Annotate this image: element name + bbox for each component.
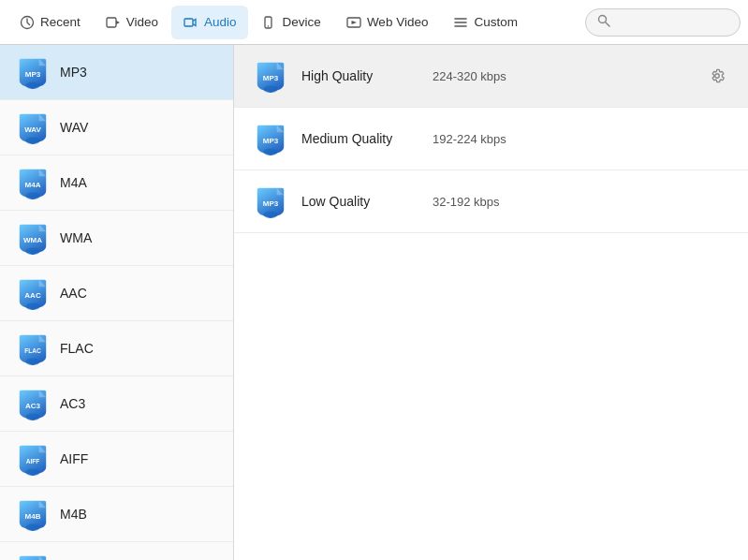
webvideo-icon xyxy=(345,14,362,31)
format-item-m4a[interactable]: M4A M4A xyxy=(0,155,233,211)
format-item-wav[interactable]: WAV WAV xyxy=(0,100,233,155)
custom-icon xyxy=(452,14,469,31)
format-item-m4b[interactable]: M4B M4B xyxy=(0,487,233,542)
format-label-wav: WAV xyxy=(60,120,88,135)
svg-rect-1 xyxy=(107,18,116,27)
main-content: MP3 MP3 WAV WAV xyxy=(0,45,748,560)
svg-point-26 xyxy=(25,523,39,531)
quality-name-low: Low Quality xyxy=(301,194,414,209)
nav-tab-label-webvideo: Web Video xyxy=(367,15,429,29)
svg-text:M4B: M4B xyxy=(25,512,41,521)
svg-marker-2 xyxy=(116,21,120,24)
svg-line-9 xyxy=(606,22,610,26)
quality-info-medium: Medium Quality 192-224 kbps xyxy=(301,131,729,146)
format-badge-wma: WMA xyxy=(15,220,51,256)
format-badge-aac: AAC xyxy=(15,275,51,311)
format-item-aac[interactable]: AAC AAC xyxy=(0,266,233,321)
format-item-aiff[interactable]: AIFF AIFF xyxy=(0,432,233,487)
nav-tab-label-device: Device xyxy=(283,15,321,29)
svg-point-34 xyxy=(263,211,277,218)
format-item-ac3[interactable]: AC3 AC3 xyxy=(0,376,233,432)
top-nav: Recent Video Audio Device Web Video Cust… xyxy=(0,0,748,45)
quality-item-high[interactable]: MP3 High Quality 224-320 kbps xyxy=(234,45,748,108)
svg-text:AIFF: AIFF xyxy=(26,458,40,464)
svg-point-12 xyxy=(25,137,39,144)
quality-name-high: High Quality xyxy=(301,68,414,83)
format-item-m4r[interactable]: M4R M4R xyxy=(0,542,233,560)
quality-bitrate-medium: 192-224 kbps xyxy=(433,132,506,146)
format-badge-wav: WAV xyxy=(15,110,51,145)
svg-point-32 xyxy=(263,148,277,155)
nav-tab-label-video: Video xyxy=(126,15,158,29)
quality-bitrate-high: 224-320 kbps xyxy=(433,69,506,83)
svg-point-30 xyxy=(263,85,277,93)
svg-point-10 xyxy=(25,81,39,89)
format-badge-aiff: AIFF xyxy=(15,441,51,477)
quality-item-low[interactable]: MP3 Low Quality 32-192 kbps xyxy=(234,170,748,233)
nav-tab-label-custom: Custom xyxy=(474,15,518,29)
quality-info-low: Low Quality 32-192 kbps xyxy=(301,194,729,209)
quality-item-medium[interactable]: MP3 Medium Quality 192-224 kbps xyxy=(234,108,748,170)
format-label-aiff: AIFF xyxy=(60,451,88,466)
quality-name-medium: Medium Quality xyxy=(301,131,414,146)
recent-icon xyxy=(19,14,36,31)
format-badge-mp3: MP3 xyxy=(15,54,51,90)
format-item-wma[interactable]: WMA WMA xyxy=(0,211,233,266)
svg-point-14 xyxy=(25,192,39,199)
quality-badge-high: MP3 xyxy=(253,58,288,94)
svg-point-5 xyxy=(267,25,269,27)
quality-badge-medium: MP3 xyxy=(253,121,288,156)
format-label-aac: AAC xyxy=(60,286,87,301)
svg-text:WMA: WMA xyxy=(23,236,42,244)
format-badge-m4r: M4R xyxy=(15,552,51,560)
nav-tab-webvideo[interactable]: Web Video xyxy=(334,6,440,39)
svg-text:MP3: MP3 xyxy=(25,70,41,79)
svg-point-20 xyxy=(25,358,39,365)
quality-list: MP3 High Quality 224-320 kbps MP xyxy=(234,45,748,560)
format-item-mp3[interactable]: MP3 MP3 xyxy=(0,45,233,100)
svg-point-16 xyxy=(25,247,39,255)
nav-tab-video[interactable]: Video xyxy=(94,6,169,39)
svg-rect-3 xyxy=(184,19,193,26)
svg-text:AAC: AAC xyxy=(24,291,41,300)
quality-bitrate-low: 32-192 kbps xyxy=(433,195,500,209)
svg-text:FLAC: FLAC xyxy=(24,347,41,354)
nav-tab-label-recent: Recent xyxy=(40,15,81,29)
svg-point-24 xyxy=(25,468,39,476)
format-label-m4b: M4B xyxy=(60,507,87,522)
device-icon xyxy=(261,14,278,31)
svg-text:MP3: MP3 xyxy=(263,137,279,145)
format-label-m4a: M4A xyxy=(60,175,87,190)
search-icon xyxy=(597,14,610,31)
gear-button-high[interactable] xyxy=(705,64,729,88)
format-badge-m4a: M4A xyxy=(15,165,51,200)
quality-info-high: High Quality 224-320 kbps xyxy=(301,68,692,83)
format-label-mp3: MP3 xyxy=(60,65,87,80)
svg-marker-7 xyxy=(351,21,357,24)
format-badge-flac: FLAC xyxy=(15,331,51,366)
svg-text:M4A: M4A xyxy=(25,181,41,189)
search-box[interactable] xyxy=(585,8,741,37)
format-item-flac[interactable]: FLAC FLAC xyxy=(0,321,233,376)
video-icon xyxy=(105,14,122,31)
svg-text:MP3: MP3 xyxy=(263,74,279,82)
svg-point-22 xyxy=(25,413,39,420)
svg-point-18 xyxy=(25,302,39,310)
search-input[interactable] xyxy=(616,15,728,29)
format-badge-m4b: M4B xyxy=(15,496,51,532)
format-label-flac: FLAC xyxy=(60,341,94,356)
audio-icon xyxy=(183,14,199,31)
nav-tab-recent[interactable]: Recent xyxy=(7,6,92,39)
svg-text:WAV: WAV xyxy=(24,125,41,134)
nav-tab-custom[interactable]: Custom xyxy=(441,6,529,39)
nav-tab-label-audio: Audio xyxy=(204,15,237,29)
format-badge-ac3: AC3 xyxy=(15,386,51,421)
format-label-wma: WMA xyxy=(60,230,92,245)
format-list: MP3 MP3 WAV WAV xyxy=(0,45,234,560)
nav-tab-audio[interactable]: Audio xyxy=(171,6,248,39)
format-label-ac3: AC3 xyxy=(60,396,85,411)
svg-text:MP3: MP3 xyxy=(263,199,279,208)
quality-badge-low: MP3 xyxy=(253,184,288,219)
svg-text:AC3: AC3 xyxy=(25,402,41,410)
nav-tab-device[interactable]: Device xyxy=(250,6,332,39)
